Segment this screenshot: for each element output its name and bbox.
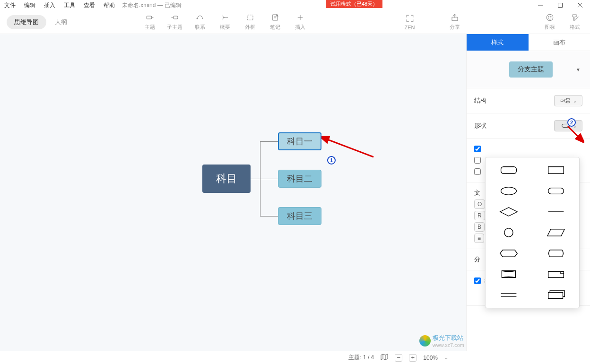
format-panel: 样式 画布 分支主题 ▼ 结构 ⌄ 2 形状 ⌄ bbox=[466, 34, 590, 351]
topic-child-3[interactable]: 科目三 bbox=[278, 207, 321, 225]
tab-style[interactable]: 样式 bbox=[467, 34, 529, 51]
align-button[interactable]: ≡ bbox=[474, 234, 484, 243]
toolbar-share-label: 分享 bbox=[450, 24, 460, 31]
svg-rect-43 bbox=[548, 293, 563, 299]
shape-folder-rect[interactable] bbox=[539, 269, 573, 279]
svg-point-33 bbox=[501, 187, 517, 195]
chevron-down-icon: ⌄ bbox=[573, 98, 577, 104]
connector bbox=[260, 216, 278, 217]
svg-rect-32 bbox=[548, 167, 564, 174]
note-icon bbox=[271, 13, 279, 22]
trial-badge[interactable]: 试用模式（已48天） bbox=[326, 0, 382, 8]
menu-tools[interactable]: 工具 bbox=[60, 1, 79, 9]
toolbar-relation-label: 联系 bbox=[195, 24, 205, 31]
toolbar-emoji[interactable]: 图标 bbox=[537, 13, 562, 31]
root-topic[interactable]: 科目 bbox=[202, 165, 251, 193]
zen-icon bbox=[406, 14, 414, 23]
zoom-in-button[interactable]: + bbox=[409, 354, 416, 362]
toolbar-boundary-label: 外框 bbox=[245, 24, 255, 31]
toolbar-subtopic[interactable]: 子主题 bbox=[162, 13, 187, 31]
toolbar-insert[interactable]: 插入 bbox=[287, 13, 312, 31]
svg-rect-22 bbox=[561, 100, 563, 102]
shape-parallelogram[interactable] bbox=[539, 227, 573, 238]
svg-rect-7 bbox=[174, 16, 178, 19]
shape-ellipse[interactable] bbox=[492, 186, 525, 196]
chevron-down-icon[interactable]: ⌄ bbox=[444, 355, 448, 360]
shape-hexagon-h[interactable] bbox=[492, 248, 525, 259]
zoom-level[interactable]: 100% bbox=[423, 355, 438, 361]
svg-rect-4 bbox=[147, 16, 152, 19]
map-overview-icon[interactable] bbox=[381, 354, 388, 362]
menu-insert[interactable]: 插入 bbox=[40, 1, 60, 9]
topic-icon bbox=[146, 13, 154, 22]
svg-point-19 bbox=[550, 17, 551, 17]
shape-rounded-rect[interactable] bbox=[492, 165, 525, 175]
topic-child-2[interactable]: 科目二 bbox=[278, 170, 321, 188]
toolbar-boundary[interactable]: 外框 bbox=[237, 13, 262, 31]
toolbar-topic[interactable]: 主题 bbox=[137, 13, 162, 31]
chevron-down-icon[interactable]: ▼ bbox=[576, 67, 581, 72]
text-section-label: 文 bbox=[474, 189, 480, 197]
topic-type-chip[interactable]: 分支主题 bbox=[509, 61, 553, 78]
shape-rect[interactable] bbox=[539, 165, 573, 175]
shape-capsule[interactable] bbox=[539, 186, 573, 196]
shape-circle[interactable] bbox=[492, 227, 525, 238]
window-minimize-button[interactable] bbox=[530, 0, 550, 10]
zoom-out-button[interactable]: − bbox=[395, 354, 402, 362]
structure-picker[interactable]: ⌄ bbox=[554, 95, 582, 106]
annotation-arrow-1 bbox=[321, 133, 378, 162]
font-button-b[interactable]: B bbox=[474, 222, 485, 232]
window-maximize-button[interactable] bbox=[550, 0, 570, 10]
view-outline-button[interactable]: 大纲 bbox=[51, 15, 71, 29]
shape-diamond[interactable] bbox=[492, 207, 525, 217]
view-mindmap-button[interactable]: 思维导图 bbox=[7, 15, 46, 29]
menu-edit[interactable]: 编辑 bbox=[20, 1, 40, 9]
fill-checkbox[interactable] bbox=[474, 146, 481, 152]
svg-point-37 bbox=[504, 228, 513, 237]
toolbar-subtopic-label: 子主题 bbox=[167, 24, 182, 31]
shape-label: 形状 bbox=[474, 121, 486, 130]
svg-line-21 bbox=[326, 139, 373, 157]
connector bbox=[260, 179, 278, 179]
toolbar-format-label: 格式 bbox=[570, 24, 580, 31]
window-close-button[interactable] bbox=[570, 0, 590, 10]
font-button-o[interactable]: O bbox=[474, 199, 485, 209]
mindmap-canvas[interactable]: 科目 科目一 科目二 科目三 1 极光下载站 www.xz7.com bbox=[0, 34, 466, 351]
svg-point-17 bbox=[547, 14, 553, 21]
option-checkbox-3[interactable] bbox=[474, 168, 481, 175]
format-icon bbox=[571, 13, 579, 22]
branch-section-label: 分 bbox=[474, 255, 480, 264]
svg-rect-9 bbox=[247, 15, 253, 20]
tab-canvas[interactable]: 画布 bbox=[529, 34, 590, 51]
option-checkbox-2[interactable] bbox=[474, 157, 481, 164]
plus-icon bbox=[296, 13, 304, 22]
boundary-icon bbox=[246, 13, 254, 22]
shape-double-line[interactable] bbox=[492, 290, 525, 300]
line-checkbox[interactable] bbox=[474, 277, 481, 284]
structure-icon bbox=[560, 98, 572, 104]
shape-hexagon-soft[interactable] bbox=[539, 248, 573, 259]
shape-stacked-rect[interactable] bbox=[539, 290, 573, 300]
shape-underline[interactable] bbox=[539, 207, 573, 217]
toolbar-share[interactable]: 分享 bbox=[442, 13, 467, 31]
toolbar-format[interactable]: 格式 bbox=[562, 13, 587, 31]
svg-marker-35 bbox=[500, 208, 517, 216]
svg-rect-34 bbox=[548, 188, 564, 194]
svg-rect-28 bbox=[566, 101, 569, 103]
menu-view[interactable]: 查看 bbox=[79, 1, 99, 9]
menu-file[interactable]: 文件 bbox=[0, 1, 20, 9]
svg-line-20 bbox=[575, 17, 578, 20]
toolbar-summary-label: 概要 bbox=[220, 24, 230, 31]
menu-help[interactable]: 帮助 bbox=[99, 1, 119, 9]
toolbar-zen[interactable]: ZEN bbox=[397, 14, 422, 30]
toolbar-emoji-label: 图标 bbox=[545, 24, 555, 31]
shape-barrel-rect[interactable] bbox=[492, 269, 525, 279]
toolbar-relation[interactable]: 联系 bbox=[187, 13, 212, 31]
toolbar-note[interactable]: 笔记 bbox=[262, 13, 287, 31]
status-bar: 主题: 1 / 4 − + 100% ⌄ bbox=[0, 351, 590, 364]
topic-count: 主题: 1 / 4 bbox=[348, 354, 374, 362]
toolbar-summary[interactable]: 概要 bbox=[212, 13, 237, 31]
connector bbox=[260, 141, 278, 142]
font-button-r[interactable]: R bbox=[474, 211, 485, 220]
topic-child-1[interactable]: 科目一 bbox=[278, 132, 321, 150]
